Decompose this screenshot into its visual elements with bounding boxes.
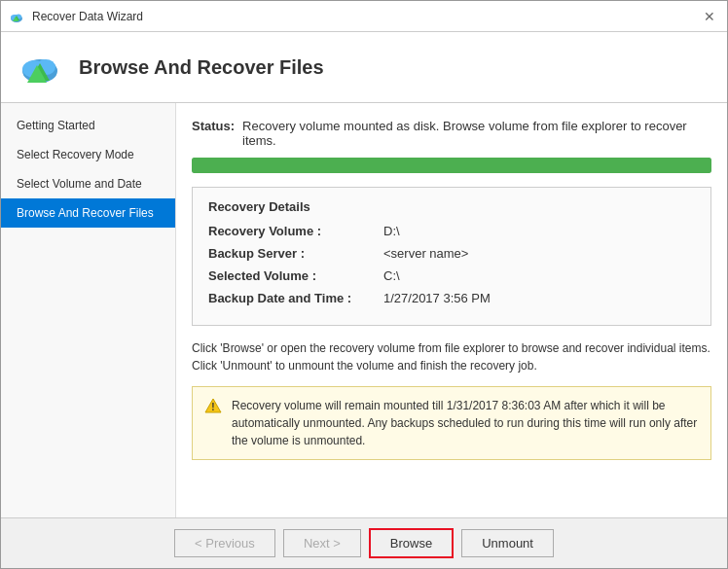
title-bar: Recover Data Wizard ✕	[1, 1, 727, 32]
recovery-details-box: Recovery Details Recovery Volume : D:\ B…	[192, 187, 711, 326]
status-row: Status: Recovery volume mounted as disk.…	[192, 119, 711, 148]
footer: < Previous Next > Browse Unmount	[1, 517, 727, 568]
main-window: Recover Data Wizard ✕ Browse And Recover…	[0, 0, 728, 569]
detail-row-backup-date: Backup Date and Time : 1/27/2017 3:56 PM	[208, 291, 695, 305]
sidebar-item-select-volume-date[interactable]: Select Volume and Date	[1, 169, 175, 198]
detail-label-backup-server: Backup Server :	[208, 246, 383, 261]
recovery-details-title: Recovery Details	[208, 199, 695, 214]
progress-bar-container	[192, 158, 711, 173]
status-label: Status:	[192, 119, 235, 133]
header-title: Browse And Recover Files	[79, 56, 324, 79]
detail-row-backup-server: Backup Server : <server name>	[208, 246, 695, 261]
detail-label-backup-date: Backup Date and Time :	[208, 291, 383, 305]
sidebar: Getting Started Select Recovery Mode Sel…	[1, 103, 176, 517]
unmount-button[interactable]: Unmount	[461, 529, 554, 557]
warning-icon: !	[204, 397, 222, 414]
next-button[interactable]: Next >	[283, 529, 361, 557]
title-bar-text: Recover Data Wizard	[32, 10, 143, 23]
sidebar-item-getting-started[interactable]: Getting Started	[1, 111, 175, 140]
detail-label-recovery-volume: Recovery Volume :	[208, 224, 383, 238]
browse-button[interactable]: Browse	[369, 528, 454, 558]
detail-row-selected-volume: Selected Volume : C:\	[208, 268, 695, 283]
detail-label-selected-volume: Selected Volume :	[208, 268, 383, 283]
close-button[interactable]: ✕	[700, 7, 719, 26]
progress-bar-fill	[192, 158, 711, 173]
detail-value-recovery-volume: D:\	[383, 224, 400, 238]
header: Browse And Recover Files	[1, 32, 727, 103]
detail-value-backup-date: 1/27/2017 3:56 PM	[383, 291, 491, 305]
svg-text:!: !	[211, 402, 214, 412]
header-icon	[17, 44, 63, 90]
warning-box: ! Recovery volume will remain mounted ti…	[192, 386, 711, 460]
detail-value-backup-server: <server name>	[383, 246, 468, 261]
sidebar-item-browse-recover[interactable]: Browse And Recover Files	[1, 198, 175, 228]
sidebar-item-select-recovery-mode[interactable]: Select Recovery Mode	[1, 140, 175, 169]
detail-row-recovery-volume: Recovery Volume : D:\	[208, 224, 695, 238]
status-text: Recovery volume mounted as disk. Browse …	[242, 119, 711, 148]
detail-value-selected-volume: C:\	[383, 268, 400, 283]
body: Getting Started Select Recovery Mode Sel…	[1, 103, 727, 517]
main-content: Status: Recovery volume mounted as disk.…	[176, 103, 727, 517]
info-text: Click 'Browse' or open the recovery volu…	[192, 339, 711, 374]
warning-text: Recovery volume will remain mounted till…	[232, 397, 699, 449]
title-bar-left: Recover Data Wizard	[9, 9, 143, 24]
previous-button[interactable]: < Previous	[174, 529, 275, 557]
app-icon	[9, 9, 24, 24]
